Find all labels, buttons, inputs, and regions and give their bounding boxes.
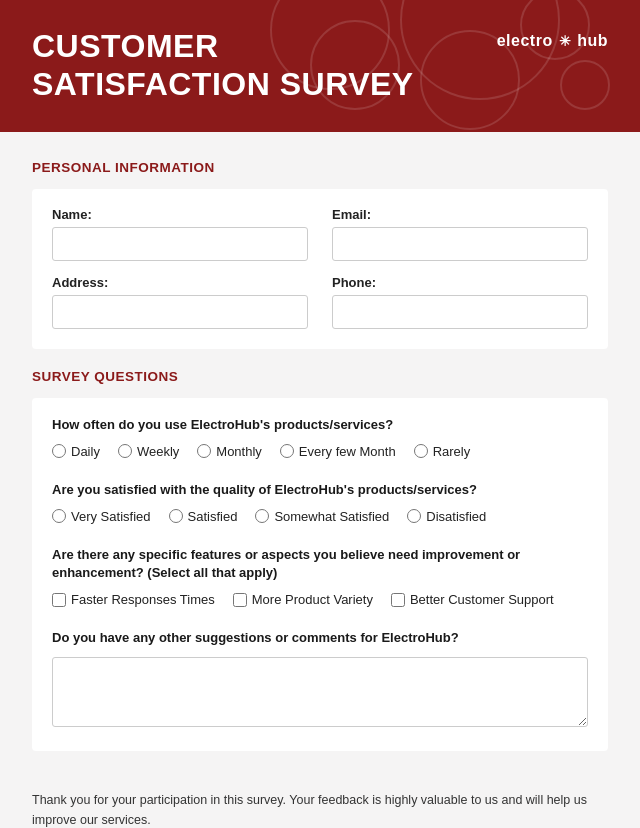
form-row-name-email: Name: Email: [52,207,588,261]
question-3-text: Are there any specific features or aspec… [52,546,588,582]
q1-radio-rarely[interactable] [414,444,428,458]
q1-option-daily[interactable]: Daily [52,444,100,459]
form-row-address-phone: Address: Phone: [52,275,588,329]
survey-questions-section: How often do you use ElectroHub's produc… [32,398,608,752]
question-4-block: Do you have any other suggestions or com… [52,629,588,731]
email-label: Email: [332,207,588,222]
q2-option-disatisfied[interactable]: Disatisfied [407,509,486,524]
page-header: CUSTOMER SATISFACTION SURVEY electro ✳ h… [0,0,640,132]
question-3-options: Faster Responses Times More Product Vari… [52,592,588,607]
form-group-address: Address: [52,275,308,329]
q2-radio-somewhat-satisfied[interactable] [255,509,269,523]
footer-text: Thank you for your participation in this… [32,793,587,826]
q2-option-somewhat-satisfied[interactable]: Somewhat Satisfied [255,509,389,524]
phone-label: Phone: [332,275,588,290]
q3-option-better-support[interactable]: Better Customer Support [391,592,554,607]
logo-icon: ✳ [559,33,572,49]
address-input[interactable] [52,295,308,329]
suggestions-textarea[interactable] [52,657,588,727]
survey-questions-heading: SURVEY QUESTIONS [32,369,608,384]
q1-option-weekly[interactable]: Weekly [118,444,179,459]
q1-option-every-few-month[interactable]: Every few Month [280,444,396,459]
logo-text-1: electro [497,32,553,50]
name-input[interactable] [52,227,308,261]
page-title: CUSTOMER SATISFACTION SURVEY [32,28,414,104]
q3-checkbox-more-variety[interactable] [233,593,247,607]
q1-radio-daily[interactable] [52,444,66,458]
q2-radio-satisfied[interactable] [169,509,183,523]
q2-radio-disatisfied[interactable] [407,509,421,523]
question-2-options: Very Satisfied Satisfied Somewhat Satisf… [52,509,588,524]
question-2-block: Are you satisfied with the quality of El… [52,481,588,524]
question-2-text: Are you satisfied with the quality of El… [52,481,588,499]
form-group-email: Email: [332,207,588,261]
personal-info-section: Name: Email: Address: Phone: [32,189,608,349]
main-content: PERSONAL INFORMATION Name: Email: Addres… [0,132,640,776]
q2-option-satisfied[interactable]: Satisfied [169,509,238,524]
q1-radio-weekly[interactable] [118,444,132,458]
q3-checkbox-better-support[interactable] [391,593,405,607]
form-group-phone: Phone: [332,275,588,329]
q1-radio-monthly[interactable] [197,444,211,458]
q1-radio-every-few-month[interactable] [280,444,294,458]
phone-input[interactable] [332,295,588,329]
q3-checkbox-faster-responses[interactable] [52,593,66,607]
q3-option-more-variety[interactable]: More Product Variety [233,592,373,607]
question-1-text: How often do you use ElectroHub's produc… [52,416,588,434]
name-label: Name: [52,207,308,222]
email-input[interactable] [332,227,588,261]
question-4-text: Do you have any other suggestions or com… [52,629,588,647]
q3-option-faster-responses[interactable]: Faster Responses Times [52,592,215,607]
q2-option-very-satisfied[interactable]: Very Satisfied [52,509,151,524]
question-3-block: Are there any specific features or aspec… [52,546,588,607]
form-group-name: Name: [52,207,308,261]
q1-option-monthly[interactable]: Monthly [197,444,262,459]
brand-logo: electro ✳ hub [497,32,608,50]
footer: Thank you for your participation in this… [0,775,640,828]
question-1-options: Daily Weekly Monthly Every few Month Rar… [52,444,588,459]
q2-radio-very-satisfied[interactable] [52,509,66,523]
question-1-block: How often do you use ElectroHub's produc… [52,416,588,459]
logo-text-2: hub [577,32,608,50]
personal-info-heading: PERSONAL INFORMATION [32,160,608,175]
address-label: Address: [52,275,308,290]
q1-option-rarely[interactable]: Rarely [414,444,471,459]
